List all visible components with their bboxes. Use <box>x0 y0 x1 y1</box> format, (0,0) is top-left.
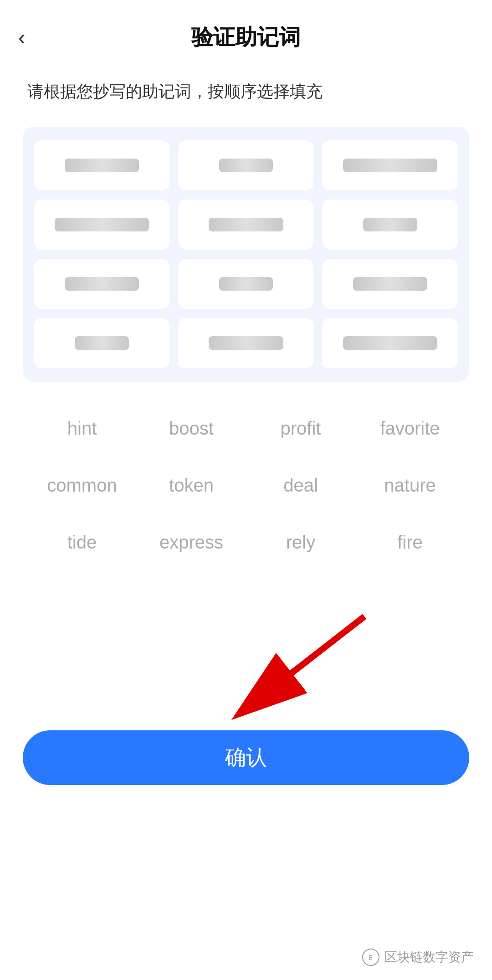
word-slot-1-blur <box>65 159 139 172</box>
word-slot-4-blur <box>55 218 149 231</box>
word-profit[interactable]: profit <box>246 414 355 443</box>
page-wrapper: ‹ 验证助记词 请根据您抄写的助记词，按顺序选择填充 <box>0 0 492 980</box>
word-tide[interactable]: tide <box>27 528 137 557</box>
word-slot-10-blur <box>75 336 129 350</box>
word-slot-6[interactable] <box>323 200 458 250</box>
subtitle-text: 请根据您抄写的助记词，按顺序选择填充 <box>0 61 492 118</box>
word-slot-7-blur <box>65 277 139 291</box>
word-slot-11-blur <box>209 336 283 350</box>
word-slot-3[interactable] <box>323 140 458 190</box>
word-slot-9-blur <box>353 277 427 291</box>
word-slot-8[interactable] <box>179 259 314 309</box>
word-slot-2[interactable] <box>179 140 314 190</box>
word-fire[interactable]: fire <box>355 528 465 557</box>
brand-icon: ₿ <box>362 948 380 966</box>
mnemonic-words-section: hint boost profit favorite common token … <box>0 405 492 594</box>
word-slot-10[interactable] <box>34 318 169 368</box>
word-slot-12-blur <box>343 336 438 350</box>
word-slot-5-blur <box>209 218 283 231</box>
word-express[interactable]: express <box>137 528 246 557</box>
word-grid <box>34 140 458 368</box>
mnemonic-row-2: common token deal nature <box>27 471 465 500</box>
word-boost[interactable]: boost <box>137 414 246 443</box>
svg-text:₿: ₿ <box>369 954 373 961</box>
word-slot-5[interactable] <box>179 200 314 250</box>
word-common[interactable]: common <box>27 471 137 500</box>
footer-brand: ₿ 区块链数字资产 <box>362 948 474 966</box>
word-slot-4[interactable] <box>34 200 169 250</box>
word-slot-1[interactable] <box>34 140 169 190</box>
arrow-indicator-svg <box>0 594 492 730</box>
word-slot-11[interactable] <box>179 318 314 368</box>
word-slot-6-blur <box>363 218 417 231</box>
word-favorite[interactable]: favorite <box>355 414 465 443</box>
confirm-button[interactable]: 确认 <box>23 730 469 785</box>
word-hint[interactable]: hint <box>27 414 137 443</box>
word-slot-9[interactable] <box>323 259 458 309</box>
word-slot-7[interactable] <box>34 259 169 309</box>
word-slot-3-blur <box>343 159 438 172</box>
mnemonic-row-3: tide express rely fire <box>27 528 465 557</box>
word-deal[interactable]: deal <box>246 471 355 500</box>
svg-line-1 <box>241 616 364 712</box>
word-slot-8-blur <box>219 277 273 291</box>
back-button[interactable]: ‹ <box>18 26 26 48</box>
header: ‹ 验证助记词 <box>0 0 492 61</box>
word-grid-container <box>23 127 469 382</box>
word-slot-12[interactable] <box>323 318 458 368</box>
word-rely[interactable]: rely <box>246 528 355 557</box>
word-token[interactable]: token <box>137 471 246 500</box>
word-slot-2-blur <box>219 159 273 172</box>
page-title: 验证助记词 <box>191 23 301 52</box>
word-nature[interactable]: nature <box>355 471 465 500</box>
arrow-container <box>0 594 492 730</box>
mnemonic-row-1: hint boost profit favorite <box>27 414 465 443</box>
brand-text: 区块链数字资产 <box>384 949 474 966</box>
